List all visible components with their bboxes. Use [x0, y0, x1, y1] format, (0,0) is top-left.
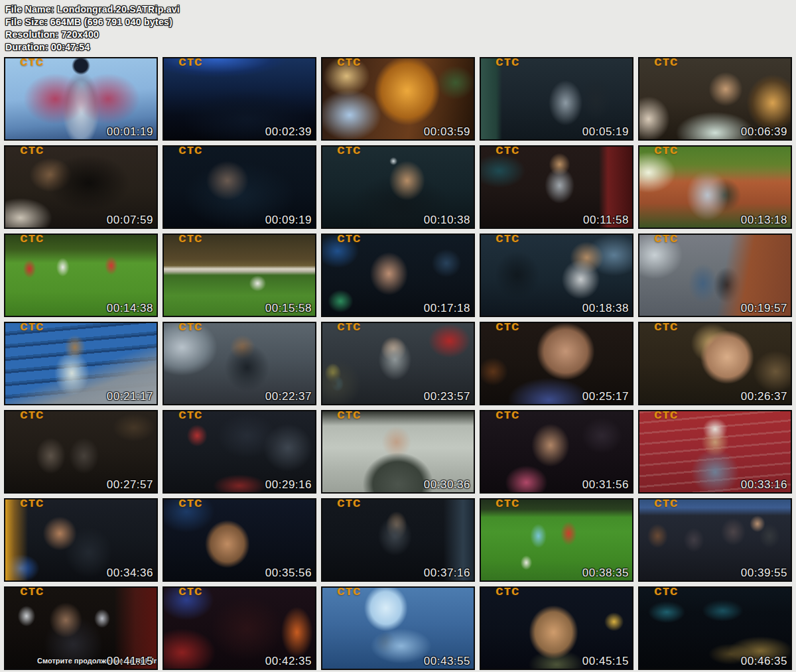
video-thumbnail-stadium-match-crowd-goal: стс 00:15:58 — [163, 234, 316, 317]
video-thumbnail-man-face-lit-dark-blue: стс 00:35:56 — [163, 498, 316, 582]
ctc-channel-logo: стс — [20, 145, 44, 156]
video-thumbnail-amateur-football-red-vs-stripes-green-field: стс 00:14:38 — [4, 234, 158, 317]
ctc-channel-logo: стс — [337, 57, 361, 68]
video-thumbnail-man-backpack-phone-brick-building-trees: стс 00:13:18 — [638, 145, 792, 229]
ctc-channel-logo: стс — [178, 57, 202, 68]
timestamp-label: 00:43:55 — [424, 655, 470, 668]
ctc-channel-logo: стс — [337, 234, 361, 244]
timestamp-label: 00:02:39 — [265, 125, 312, 139]
video-thumbnail-woman-facing-clerk-at-desk: стс 00:18:38 — [480, 234, 633, 317]
timestamp-label: 00:34:36 — [107, 567, 153, 580]
ctc-channel-logo: стс — [337, 498, 361, 509]
video-thumbnail-night-street-lights-buses: стс 00:46:35 — [638, 586, 792, 670]
ctc-channel-logo: стс — [337, 410, 361, 421]
ctc-channel-logo: стс — [178, 410, 202, 421]
ctc-channel-logo: стс — [337, 145, 361, 156]
timestamp-label: 00:27:57 — [107, 478, 153, 492]
timestamp-label: 00:46:35 — [741, 655, 787, 668]
ctc-channel-logo: стс — [178, 322, 202, 332]
video-thumbnail-worried-woman-on-phone-dark-bar: стс 00:17:18 — [321, 234, 475, 317]
timestamp-label: 00:13:18 — [741, 214, 787, 227]
ctc-channel-logo: стс — [178, 234, 202, 244]
ctc-channel-logo: стс — [654, 498, 678, 509]
timestamp-label: 00:03:59 — [424, 125, 470, 139]
ctc-channel-logo: стс — [178, 498, 202, 509]
ctc-channel-logo: стс — [496, 234, 519, 244]
timestamp-label: 00:33:16 — [741, 478, 787, 492]
timestamp-label: 00:35:56 — [265, 567, 312, 580]
video-thumbnail-young-man-closeup-night: стс 00:45:15 — [480, 586, 633, 670]
timestamp-label: 00:38:35 — [582, 567, 629, 580]
video-thumbnail-two-people-dark-hallway: стс 00:27:57 — [4, 410, 158, 494]
timestamp-label: 00:30:36 — [424, 478, 470, 492]
video-thumbnail-man-standing-bar-red-accent: стс 00:11:58 — [480, 145, 633, 229]
timestamp-label: 00:29:16 — [265, 478, 312, 492]
video-thumbnail-hooded-figure-dark-corridor: стс 00:37:16 — [321, 498, 475, 582]
video-thumbnail-silver-queen-statue-red-splatter-blue-sky: стс 00:01:19 — [4, 57, 158, 141]
timestamp-label: 00:21:17 — [107, 390, 153, 403]
ctc-channel-logo: стс — [654, 57, 678, 68]
video-thumbnail-man-headband-red-stadium-seats: стс 00:33:16 — [638, 410, 792, 494]
timestamp-label: 00:07:59 — [107, 214, 153, 227]
ctc-channel-logo: стс — [178, 586, 202, 597]
timestamp-label: 00:17:18 — [424, 302, 470, 315]
video-thumbnail-young-man-before-tactics-whiteboard: стс 00:30:36 — [321, 410, 475, 494]
timestamp-label: 00:09:19 — [265, 214, 312, 227]
video-thumbnail-blue-lit-clinic-room-bed: стс 00:43:55 — [321, 586, 475, 670]
ctc-channel-logo: стс — [654, 586, 678, 597]
video-thumbnail-crowd-of-fans-blue-banner: стс 00:39:55 — [638, 498, 792, 582]
video-thumbnail-hooded-figure-sitting-navy-dark: стс 00:09:19 — [163, 145, 316, 229]
ctc-channel-logo: стс — [496, 57, 519, 68]
ctc-channel-logo: стс — [654, 145, 678, 156]
video-thumbnail-man-dark-bar-yellow-glow-bottles: стс 00:34:36 — [4, 498, 158, 582]
ctc-channel-logo: стс — [654, 410, 678, 421]
ctc-channel-logo: стс — [496, 145, 519, 156]
video-thumbnail-struggle-on-bed-dark-brown: стс 00:07:59 — [4, 145, 158, 229]
video-thumbnail-man-on-phone-shield-logos-wall: стс Смотрите продолжение на RuFilm. 00:4… — [4, 586, 158, 670]
ctc-channel-logo: стс — [496, 586, 519, 597]
video-thumbnail-woman-on-phone-dark-pink-top: стс 00:31:56 — [480, 410, 633, 494]
ctc-channel-logo: стс — [654, 234, 678, 244]
file-name-label: File Name: Londongrad.20.SATRip.avi — [5, 3, 180, 16]
video-thumbnail-man-sandy-hair-lamp-glow-interior: стс 00:06:39 — [638, 57, 792, 141]
timestamp-label: 00:45:15 — [582, 655, 629, 668]
video-thumbnail-heavyset-man-blue-suit-smiling: стс 00:25:17 — [480, 322, 633, 405]
timestamp-label: 00:42:35 — [265, 655, 312, 668]
timestamp-label: 00:06:39 — [741, 125, 787, 139]
ctc-channel-logo: стс — [20, 498, 44, 509]
ctc-channel-logo: стс — [337, 586, 361, 597]
video-thumbnail-blonde-woman-smiling-warm-dark: стс 00:26:37 — [638, 322, 792, 405]
video-thumbnail-blurry-closeup-red-blue-dark: стс 00:42:35 — [163, 586, 316, 670]
timestamp-label: 00:22:37 — [265, 390, 312, 403]
ctc-channel-logo: стс — [20, 410, 44, 421]
timestamp-label: 00:15:58 — [265, 302, 312, 315]
timestamp-label: 00:26:37 — [741, 390, 787, 403]
timestamp-label: 00:18:38 — [582, 302, 629, 315]
ctc-channel-logo: стс — [20, 234, 44, 244]
file-size-label: File Size: 664MB (696 791 040 bytes) — [5, 16, 180, 29]
file-info-header: File Name: Londongrad.20.SATRip.avi File… — [5, 3, 180, 54]
timestamp-label: 00:05:19 — [582, 125, 629, 139]
video-thumbnail-hands-on-laptop-dark-blue: стс 00:02:39 — [163, 57, 316, 141]
timestamp-label: 00:14:38 — [107, 302, 153, 315]
timestamp-label: 00:41:15 — [107, 655, 153, 668]
timestamp-label: 00:39:55 — [741, 567, 787, 580]
video-thumbnail-two-men-dark-hallway-teal-wall: стс 00:05:19 — [480, 57, 633, 141]
timestamp-label: 00:01:19 — [107, 125, 153, 139]
video-thumbnail-man-in-blue-stadium-seats: стс 00:21:17 — [4, 322, 158, 405]
timestamp-label: 00:19:57 — [741, 302, 787, 315]
ctc-channel-logo: стс — [496, 498, 519, 509]
ctc-channel-logo: стс — [496, 322, 519, 332]
ctc-channel-logo: стс — [496, 410, 519, 421]
thumbnail-grid: стс 00:01:19 стс 00:02:39 стс 00:03:59 с… — [4, 57, 792, 670]
ctc-channel-logo: стс — [20, 586, 44, 597]
ctc-channel-logo: стс — [20, 322, 44, 332]
video-thumbnail-man-seated-by-window-city-view: стс 00:22:37 — [163, 322, 316, 405]
duration-label: Duration: 00:47:54 — [5, 41, 180, 54]
video-thumbnail-couple-talking-outside-brick-steps: стс 00:19:57 — [638, 234, 792, 317]
timestamp-label: 00:23:57 — [424, 390, 470, 403]
ctc-channel-logo: стс — [337, 322, 361, 332]
ctc-channel-logo: стс — [178, 145, 202, 156]
ctc-channel-logo: стс — [20, 57, 44, 68]
timestamp-label: 00:10:38 — [424, 214, 470, 227]
